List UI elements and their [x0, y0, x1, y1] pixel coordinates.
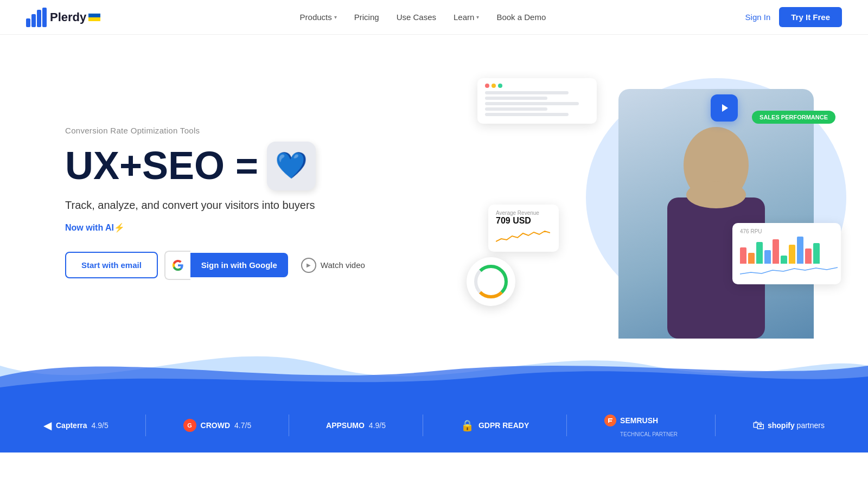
hero-heading: UX+SEO = 💙 — [65, 142, 372, 190]
capterra-score: 4.9/5 — [92, 421, 108, 430]
signin-google-button[interactable]: Sign in with Google — [164, 251, 288, 280]
shopify-label: shopify — [768, 421, 795, 430]
shopify-badge: 🛍 shopify partners — [752, 418, 825, 432]
google-icon — [164, 251, 190, 280]
chevron-down-icon: ▾ — [334, 14, 337, 20]
navbar: Plerdy Products ▾ Pricing Use Cases Lear… — [0, 0, 868, 35]
semrush-icon — [604, 414, 617, 427]
svg-rect-2 — [37, 10, 41, 27]
semrush-sub: TECHNICAL PARTNER — [620, 431, 678, 437]
revenue-label: Average Revenue — [496, 210, 551, 216]
heart-icon-box: 💙 — [267, 142, 316, 190]
capterra-name: Capterra — [56, 421, 87, 430]
nav-learn[interactable]: Learn ▾ — [454, 12, 479, 22]
revenue-card: Average Revenue 709 USD — [488, 205, 559, 252]
semrush-badge: SEMRUSH TECHNICAL PARTNER — [604, 414, 678, 437]
gdpr-badge: 🔒 GDPR READY — [461, 419, 529, 432]
capterra-badge: ◀ Capterra 4.9/5 — [43, 419, 108, 432]
chevron-down-icon: ▾ — [476, 14, 479, 20]
appsumo-name: APPSUMO — [326, 421, 365, 430]
gauge-card — [467, 257, 515, 306]
hero-description: Track, analyze, and convert your visitor… — [65, 199, 372, 212]
divider-2 — [289, 415, 289, 436]
svg-rect-0 — [26, 18, 30, 27]
try-free-button[interactable]: Try It Free — [779, 7, 842, 27]
google-button-label: Sign in with Google — [190, 253, 288, 277]
capterra-icon: ◀ — [43, 419, 52, 432]
semrush-name: SEMRUSH — [620, 416, 658, 425]
play-icon: ▶ — [301, 258, 316, 273]
svg-marker-7 — [722, 104, 728, 112]
divider-5 — [715, 415, 716, 436]
crowd-score: 4.7/5 — [234, 421, 251, 430]
hero-actions: Start with email Sign in with Google ▶ W… — [65, 250, 372, 281]
lock-icon: 🔒 — [461, 419, 474, 432]
g2-badge: G CROWD 4.7/5 — [183, 419, 252, 432]
hero-illustration: Average Revenue 709 USD SALES PERFORMANC… — [477, 67, 825, 339]
divider-1 — [145, 415, 146, 436]
nav-right: Sign In Try It Free — [745, 7, 842, 27]
divider-4 — [566, 415, 567, 436]
wave-section: ◀ Capterra 4.9/5 G CROWD 4.7/5 APPSUMO 4… — [0, 333, 868, 452]
start-email-button[interactable]: Start with email — [65, 252, 158, 278]
divider-3 — [423, 415, 423, 436]
chart-bars — [740, 237, 833, 264]
watch-video-button[interactable]: ▶ Watch video — [295, 250, 372, 281]
person-image — [618, 89, 814, 339]
hero-content: Conversion Rate Optimization Tools UX+SE… — [65, 126, 372, 281]
shopify-suffix: partners — [797, 421, 825, 430]
ukraine-flag — [88, 14, 100, 21]
nav-pricing[interactable]: Pricing — [354, 12, 379, 22]
bottom-bar: ◀ Capterra 4.9/5 G CROWD 4.7/5 APPSUMO 4… — [0, 398, 868, 452]
crowd-name: CROWD — [201, 421, 230, 430]
nav-products[interactable]: Products ▾ — [300, 12, 337, 22]
logo[interactable]: Plerdy — [26, 8, 100, 27]
gdpr-label: GDPR READY — [478, 421, 529, 430]
shopify-icon: 🛍 — [752, 418, 764, 432]
nav-use-cases[interactable]: Use Cases — [397, 12, 436, 22]
g2-icon: G — [183, 419, 196, 432]
logo-text: Plerdy — [50, 10, 86, 24]
hero-subtitle: Conversion Rate Optimization Tools — [65, 126, 372, 135]
nav-links: Products ▾ Pricing Use Cases Learn ▾ Boo… — [300, 12, 546, 22]
appsumo-badge: APPSUMO 4.9/5 — [326, 421, 386, 430]
video-icon-card — [711, 94, 738, 122]
appsumo-score: 4.9/5 — [369, 421, 386, 430]
sales-performance-badge: SALES PERFORMANCE — [752, 111, 835, 124]
hero-ai-badge: Now with AI⚡ — [65, 222, 372, 233]
revenue-value: 709 USD — [496, 216, 551, 226]
svg-rect-3 — [42, 8, 47, 27]
svg-point-6 — [686, 181, 746, 208]
chart-card: 476 RPU — [732, 223, 841, 284]
nav-book-demo[interactable]: Book a Demo — [496, 12, 546, 22]
svg-rect-1 — [31, 14, 36, 27]
wave-shape — [0, 333, 868, 398]
dashboard-card-top — [477, 78, 597, 124]
hero-section: Conversion Rate Optimization Tools UX+SE… — [0, 35, 868, 339]
signin-button[interactable]: Sign In — [745, 12, 771, 22]
